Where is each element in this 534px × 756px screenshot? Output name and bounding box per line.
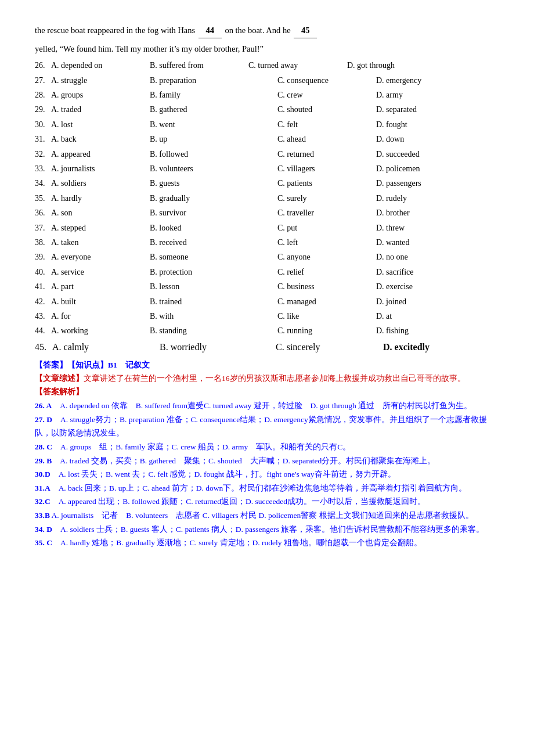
q36-optC[interactable]: C. traveller: [277, 207, 376, 219]
q26-optA[interactable]: A. depended on: [51, 59, 150, 72]
q35-optB[interactable]: B. gradually: [150, 192, 277, 205]
q27-optC[interactable]: C. consequence: [277, 74, 376, 87]
q35-optA[interactable]: A. hardly: [51, 192, 150, 205]
q28-optD[interactable]: D. army: [376, 89, 475, 102]
q28-optC[interactable]: C. crew: [277, 89, 376, 102]
q39-optD[interactable]: D. no one: [376, 251, 475, 264]
q44-optC[interactable]: C. running: [277, 325, 376, 337]
q43-optB[interactable]: B. with: [150, 310, 277, 323]
q32-optA[interactable]: A. appeared: [51, 148, 150, 161]
q42-optC[interactable]: C. managed: [277, 296, 376, 308]
q32-optB[interactable]: B. followed: [150, 148, 277, 161]
ans-header: 【答案】【知识点】B1 记叙文: [35, 359, 499, 372]
q37-optA[interactable]: A. stepped: [51, 222, 150, 235]
q42-optB[interactable]: B. trained: [150, 296, 277, 308]
q41-num: 41.: [35, 280, 51, 293]
q34-optD[interactable]: D. passengers: [376, 177, 475, 190]
q40-optD[interactable]: D. sacrifice: [376, 266, 475, 279]
ans-item-30: 30.D A. lost 丢失；B. went 去；C. felt 感觉；D. …: [35, 467, 499, 481]
ans-item-26: 26. A A. depended on 依靠 B. suffered from…: [35, 399, 499, 413]
q29-optA[interactable]: A. traded: [51, 103, 150, 116]
q36-optD[interactable]: D. brother: [376, 207, 475, 219]
q28-num: 28.: [35, 89, 51, 102]
q37-optC[interactable]: C. put: [277, 222, 376, 235]
q33-optA[interactable]: A. journalists: [51, 163, 150, 175]
q41-optA[interactable]: A. part: [51, 280, 150, 293]
question-32: 32. A. appeared B. followed C. returned …: [35, 148, 499, 161]
q31-optB[interactable]: B. up: [150, 133, 277, 146]
q44-optA[interactable]: A. working: [51, 325, 150, 337]
q33-optC[interactable]: C. villagers: [277, 163, 376, 175]
q33-optD[interactable]: D. policemen: [376, 163, 475, 175]
q29-optD[interactable]: D. separated: [376, 103, 475, 116]
q30-optB[interactable]: B. went: [150, 118, 277, 131]
q34-optB[interactable]: B. guests: [150, 177, 277, 190]
q40-optB[interactable]: B. protection: [150, 266, 277, 279]
q42-optD[interactable]: D. joined: [376, 296, 475, 308]
q26-optD[interactable]: D. got through: [347, 59, 446, 72]
q30-optD[interactable]: D. fought: [376, 118, 475, 131]
q32-optD[interactable]: D. succeeded: [376, 148, 475, 161]
question-35: 35. A. hardly B. gradually C. surely D. …: [35, 192, 499, 205]
q31-optC[interactable]: C. ahead: [277, 133, 376, 146]
q30-optC[interactable]: C. felt: [277, 118, 376, 131]
q40-optA[interactable]: A. service: [51, 266, 150, 279]
q33-optB[interactable]: B. volunteers: [150, 163, 277, 175]
q36-num: 36.: [35, 207, 51, 219]
q37-optB[interactable]: B. looked: [150, 222, 277, 235]
q37-optD[interactable]: D. threw: [376, 222, 475, 235]
q39-optA[interactable]: A. everyone: [51, 251, 150, 264]
q35-optC[interactable]: C. surely: [277, 192, 376, 205]
q43-optD[interactable]: D. at: [376, 310, 475, 323]
q44-optD[interactable]: D. fishing: [376, 325, 475, 337]
q31-optA[interactable]: A. back: [51, 133, 150, 146]
analysis-label-text: 【答案解析】: [35, 387, 84, 396]
q45-optD[interactable]: D. excitedly: [383, 340, 493, 355]
q26-optB[interactable]: B. suffered from: [150, 59, 248, 72]
q38-optA[interactable]: A. taken: [51, 236, 150, 249]
q31-optD[interactable]: D. down: [376, 133, 475, 146]
question-40: 40. A. service B. protection C. relief D…: [35, 266, 499, 279]
q38-optD[interactable]: D. wanted: [376, 236, 475, 249]
q45-optC[interactable]: C. sincerely: [276, 340, 383, 355]
q42-optA[interactable]: A. built: [51, 296, 150, 308]
blank-45: 45: [294, 23, 317, 38]
q34-optC[interactable]: C. patients: [277, 177, 376, 190]
q29-num: 29.: [35, 103, 51, 116]
q27-optB[interactable]: B. preparation: [150, 74, 277, 87]
ans-item-32: 32.C A. appeared 出现；B. followed 跟随；C. re…: [35, 495, 499, 509]
q28-optA[interactable]: A. groups: [51, 89, 150, 102]
q43-optA[interactable]: A. for: [51, 310, 150, 323]
ans-item-31: 31.A A. back 回来；B. up上；C. ahead 前方；D. do…: [35, 481, 499, 495]
q39-optB[interactable]: B. someone: [150, 251, 277, 264]
q26-optC[interactable]: C. turned away: [248, 59, 347, 72]
q36-optB[interactable]: B. survivor: [150, 207, 277, 219]
q41-optD[interactable]: D. exercise: [376, 280, 475, 293]
q39-num: 39.: [35, 251, 51, 264]
q41-optB[interactable]: B. lesson: [150, 280, 277, 293]
q39-optC[interactable]: C. anyone: [277, 251, 376, 264]
q36-optA[interactable]: A. son: [51, 207, 150, 219]
q38-num: 38.: [35, 236, 51, 249]
q29-optB[interactable]: B. gathered: [150, 103, 277, 116]
q41-optC[interactable]: C. business: [277, 280, 376, 293]
q44-optB[interactable]: B. standing: [150, 325, 277, 337]
ans-item-35: 35. C A. hardly 难地；B. gradually 逐渐地；C. s…: [35, 536, 499, 550]
q43-optC[interactable]: C. like: [277, 310, 376, 323]
q27-optA[interactable]: A. struggle: [51, 74, 150, 87]
question-26: 26. A. depended on B. suffered from C. t…: [35, 59, 499, 72]
q30-num: 30.: [35, 118, 51, 131]
q27-optD[interactable]: D. emergency: [376, 74, 475, 87]
q45-optB[interactable]: B. worriedly: [160, 340, 276, 355]
q38-optC[interactable]: C. left: [277, 236, 376, 249]
q28-optB[interactable]: B. family: [150, 89, 277, 102]
q30-optA[interactable]: A. lost: [51, 118, 150, 131]
q38-optB[interactable]: B. received: [150, 236, 277, 249]
q40-optC[interactable]: C. relief: [277, 266, 376, 279]
q32-optC[interactable]: C. returned: [277, 148, 376, 161]
q29-optC[interactable]: C. shouted: [277, 103, 376, 116]
q34-optA[interactable]: A. soldiers: [51, 177, 150, 190]
question-28: 28. A. groups B. family C. crew D. army: [35, 89, 499, 102]
q35-optD[interactable]: D. rudely: [376, 192, 475, 205]
q45-optA[interactable]: A. calmly: [52, 340, 160, 355]
